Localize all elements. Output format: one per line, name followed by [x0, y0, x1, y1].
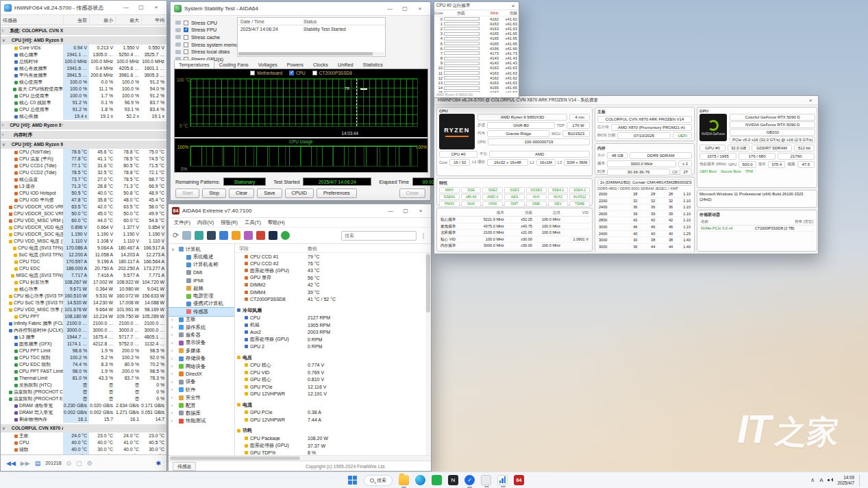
tree-item[interactable]: 计算机名称 — [169, 261, 234, 269]
menu-item[interactable]: 文件(F) — [174, 219, 190, 226]
sensor-row[interactable]: 温度限制 (PROCHOT CPU) 否 否 否 0 % — [1, 389, 166, 395]
sensor-row[interactable]: Infinity Fabric 频率 (FCLK) 2100.0 … 2100.… — [1, 320, 166, 327]
sst-tab[interactable]: Unified — [333, 60, 358, 69]
more-icon[interactable]: ⋮ — [420, 232, 427, 239]
col-avg[interactable]: 平均 — [141, 15, 166, 25]
check-app-icon[interactable]: ✓ — [464, 475, 475, 485]
checkbox[interactable] — [184, 27, 188, 32]
sensor-row[interactable]: 核心功率 9.671 W 0.364 W 10.980 W 9.041 W — [1, 286, 166, 293]
expand-caret-icon[interactable]: ∨ — [2, 141, 5, 149]
close-icon[interactable]: × — [149, 2, 163, 13]
graph-series-toggle[interactable]: CT2000P3SSD8 — [312, 71, 352, 75]
taskbar-search[interactable]: 搜索 — [364, 475, 393, 486]
sensor-row[interactable]: CPU 电流 (SVI3 TFN) 170.086 A 9.064 A 180.… — [1, 245, 166, 252]
core-row[interactable]: 0 4162 x41.62 — [434, 16, 519, 21]
tree-item[interactable]: IPMI — [169, 277, 234, 284]
stress-option[interactable]: Stress FPU — [175, 27, 242, 34]
sst-tab[interactable]: Powers — [282, 60, 308, 69]
sensor-row[interactable]: CPU VDD_MISC VRM (SV… 60.0 °C 44.0 °C 60… — [1, 217, 166, 224]
core-row[interactable]: 4 4165 x41.65 — [434, 36, 519, 41]
reset-min-max-icon[interactable]: ◀◀ — [6, 460, 16, 467]
sensor-item-row[interactable]: GPU 显存 56 °C — [235, 274, 431, 281]
col-min[interactable]: 最小 — [89, 15, 115, 25]
sensor-row[interactable]: 主板 24.0 °C 23.0 °C 24.0 °C 23.0 °C — [1, 432, 166, 439]
tree-item[interactable]: › 数据库 — [169, 409, 234, 417]
col-current[interactable]: 当前 — [63, 15, 89, 25]
sensor-item-row[interactable]: GPU TDP% 8 % — [235, 449, 431, 455]
tree-caret-icon[interactable]: › — [171, 341, 177, 345]
checkbox[interactable] — [184, 21, 188, 25]
tree-item[interactable]: › 显示设备 — [169, 339, 234, 347]
sensor-item-row[interactable]: Aux2 2003 RPM — [235, 329, 431, 336]
sensor-row[interactable]: 核心使用率 100.0 % 0.0 % 100.0 % 91.2 % — [1, 79, 166, 86]
core-row[interactable]: 1 4163 x41.63 — [434, 21, 519, 26]
sensor-row[interactable]: Core VIDs 0.94 V 0.213 V 1.550 V 0.550 V — [1, 45, 166, 51]
green-app-icon[interactable] — [432, 475, 442, 485]
core-row[interactable]: 13 4163 x41.63 — [434, 80, 519, 85]
core-row[interactable]: 3 4165 x41.65 — [434, 32, 519, 36]
sensor-row[interactable]: 核心温度 73.7 °C 27.0 °C 78.5 °C 68.7 °C — [1, 176, 166, 183]
stress-option[interactable]: Stress CPU — [175, 19, 242, 27]
sensor-row[interactable]: CPU 40.0 °C 40.0 °C 41.0 °C 40.5 °C — [1, 439, 166, 446]
tree-item[interactable]: 便携式计算机 — [169, 300, 234, 308]
sensor-row[interactable]: CPU VDD_MISC 电压 (SV… 1.110 V 1.108 V 1.1… — [1, 238, 166, 245]
sensor-row[interactable]: 图形频率 (GFX) 1174.1 … 4212.8 … 5752.0 … 11… — [1, 341, 166, 347]
sensor-row[interactable]: 核心倍频 19.4 x 19.1 x 52.2 x 19.1 x — [1, 113, 166, 120]
sensor-row[interactable]: 剩余物理内存 16.1 15.7 16.1 14.7 — [1, 416, 166, 423]
sst-log-panel[interactable]: Date / Time Status 2025/4/7 14:06:24 Sta… — [237, 17, 386, 57]
file-explorer-icon[interactable] — [399, 475, 409, 485]
sensor-row[interactable]: CPU SoC 功率 (SVI3 TFN) 14.520 W 14.230 W … — [1, 300, 166, 306]
favorites-icon[interactable] — [232, 231, 240, 240]
sensor-item-row[interactable]: CPU 核心 0.774 V — [235, 362, 431, 369]
volume-icon[interactable] — [828, 478, 832, 483]
tree-item[interactable]: 电源管理 — [169, 292, 234, 300]
sensor-row[interactable]: CPU IOD 平均值 47.8 °C 35.8 °C 48.0 °C 45.4… — [1, 197, 166, 204]
menu-item[interactable]: 内容(V) — [197, 219, 214, 226]
sensor-row[interactable]: CPU IOD Hotspot 50.5 °C 40.0 °C 50.8 °C … — [1, 190, 166, 197]
hwinfo-taskbar-icon[interactable]: 64 — [514, 475, 524, 485]
sensor-row[interactable]: 温度限制 (PROCHOT EXT) 否 否 否 0 % — [1, 395, 166, 402]
tree-item[interactable]: › 服务器 — [169, 331, 234, 339]
dimm-selector[interactable]: 2x [DIMMA2/B2]: Corsair CMK48GX5M2B6000Z… — [597, 179, 692, 186]
sensor-item-row[interactable]: 冷却风扇 — [235, 306, 431, 315]
forward-icon[interactable]: ▶▶ — [21, 460, 30, 467]
tree-item[interactable]: › 操作系统 — [169, 324, 234, 331]
sensor-item-row[interactable]: 机箱 1905 RPM — [235, 321, 431, 328]
minimize-icon[interactable]: — — [384, 206, 397, 217]
sst-tab[interactable]: Voltages — [253, 60, 282, 69]
minimize-icon[interactable]: — — [383, 3, 397, 14]
tree-item[interactable]: › 设备 — [169, 378, 234, 386]
sensor-item-row[interactable]: CPU CCD #1 79 °C — [235, 253, 431, 260]
panel-col-value[interactable]: 数值 — [303, 244, 321, 252]
expand-caret-icon[interactable]: ∨ — [2, 424, 5, 432]
ime-icon[interactable]: A — [819, 477, 823, 483]
core-row[interactable]: 10 4163 x41.63 — [434, 66, 519, 71]
tree-caret-icon[interactable]: › — [171, 419, 177, 424]
sensor-item-row[interactable]: CPU VID 0.769 V — [235, 369, 431, 376]
tree-caret-icon[interactable]: › — [171, 364, 177, 369]
sensor-item-row[interactable]: GPU PCIe 12.116 V — [235, 383, 431, 390]
sensor-item-row[interactable]: GPU 核心 0.810 V — [235, 376, 431, 382]
tree-item[interactable]: › 配置 — [169, 402, 234, 409]
sensor-row[interactable]: DRAM 写入带宽 0.002 GB/s 0.002 GB/s 1.271 GB… — [1, 409, 166, 416]
sst-action-button[interactable]: Start — [175, 188, 199, 198]
sensor-row[interactable]: CPU PPT 108.180 W 10.224 W 109.750 W 105… — [1, 313, 166, 320]
tree-item[interactable]: 系统概述 — [169, 253, 234, 260]
tree-caret-icon[interactable]: › — [171, 380, 177, 385]
graph-cursor[interactable] — [356, 79, 357, 126]
tree-item[interactable]: › 安全性 — [169, 393, 234, 401]
sensor-row[interactable]: CPU EDC 186.000 A 20.750 A 202.250 A 173… — [1, 265, 166, 272]
sensor-row[interactable]: CPU VDD_MISC 功率 (SV… 101.676 W 9.664 W 1… — [1, 306, 166, 313]
sensor-row[interactable]: CPU VDDCR_SOC 电压 (S… 1.190 V 1.190 V 1.1… — [1, 231, 166, 238]
tree-caret-icon[interactable]: › — [171, 325, 177, 330]
drive-row[interactable]: NVMe PCIe 3.0 x4 CT2000P3SSD8 [2 TB] — [699, 225, 815, 232]
close-sensors-icon[interactable]: ✱ — [156, 460, 161, 467]
close-icon[interactable]: × — [413, 3, 427, 14]
refresh-icon[interactable]: ⟳ — [173, 231, 179, 240]
sensor-row[interactable]: Thermal Limit 81.0 % 43.3 % 83.7 % 78.3 … — [1, 375, 166, 382]
vertical-scrollbar[interactable] — [425, 253, 431, 455]
sst-titlebar[interactable]: System Stability Test - AIDA64 — ▢ × — [171, 2, 430, 16]
sensor-row[interactable]: CPU TDC 170.597 A 9.196 A 180.117 A 166.… — [1, 258, 166, 265]
tree-caret-icon[interactable]: ∨ — [171, 247, 177, 252]
sensor-item-row[interactable]: 图形处理器 (GPU) 37.37 W — [235, 442, 431, 449]
